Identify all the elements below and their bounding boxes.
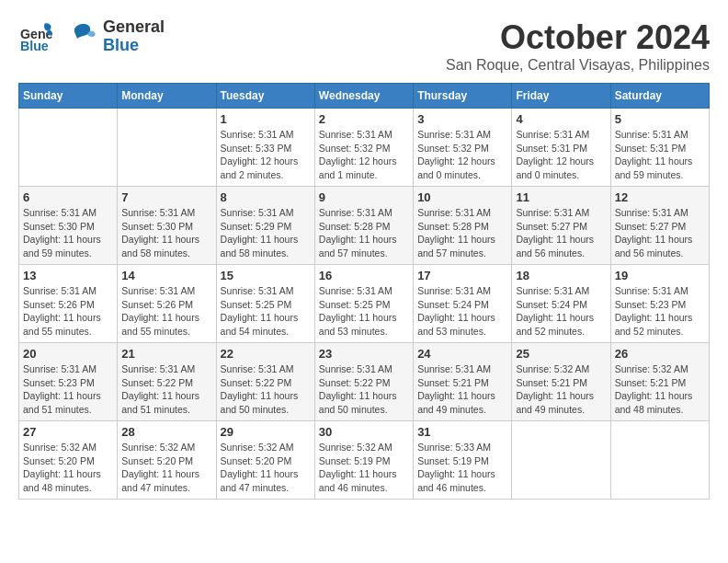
day-number: 6 <box>23 190 113 204</box>
day-info: Sunrise: 5:31 AMSunset: 5:21 PMDaylight:… <box>417 362 507 417</box>
day-number: 8 <box>221 190 311 204</box>
title-block: October 2024 San Roque, Central Visayas,… <box>446 18 710 74</box>
calendar-week-2: 6Sunrise: 5:31 AMSunset: 5:30 PMDaylight… <box>19 187 710 265</box>
calendar-cell: 27Sunrise: 5:32 AMSunset: 5:20 PMDayligh… <box>19 421 118 500</box>
day-header-wednesday: Wednesday <box>314 84 413 109</box>
calendar-cell: 24Sunrise: 5:31 AMSunset: 5:21 PMDayligh… <box>414 343 512 421</box>
day-number: 9 <box>319 190 409 204</box>
day-number: 4 <box>516 112 606 126</box>
day-number: 7 <box>121 190 211 204</box>
day-header-friday: Friday <box>512 84 610 109</box>
day-info: Sunrise: 5:31 AMSunset: 5:23 PMDaylight:… <box>23 362 113 417</box>
calendar-cell: 4Sunrise: 5:31 AMSunset: 5:31 PMDaylight… <box>512 109 610 187</box>
day-info: Sunrise: 5:31 AMSunset: 5:28 PMDaylight:… <box>319 206 409 260</box>
day-info: Sunrise: 5:32 AMSunset: 5:21 PMDaylight:… <box>516 362 606 417</box>
calendar-cell: 11Sunrise: 5:31 AMSunset: 5:27 PMDayligh… <box>512 187 610 265</box>
calendar-cell: 12Sunrise: 5:31 AMSunset: 5:27 PMDayligh… <box>610 187 709 265</box>
day-info: Sunrise: 5:31 AMSunset: 5:29 PMDaylight:… <box>221 206 311 260</box>
day-info: Sunrise: 5:31 AMSunset: 5:24 PMDaylight:… <box>516 284 606 339</box>
calendar-week-4: 20Sunrise: 5:31 AMSunset: 5:23 PMDayligh… <box>19 343 710 421</box>
day-number: 23 <box>319 347 409 361</box>
calendar-cell: 19Sunrise: 5:31 AMSunset: 5:23 PMDayligh… <box>610 265 709 343</box>
calendar-cell: 16Sunrise: 5:31 AMSunset: 5:25 PMDayligh… <box>314 265 413 343</box>
day-number: 13 <box>23 269 113 282</box>
day-info: Sunrise: 5:31 AMSunset: 5:32 PMDaylight:… <box>319 128 409 182</box>
calendar-cell <box>610 421 709 500</box>
day-number: 24 <box>417 347 507 361</box>
calendar-cell: 3Sunrise: 5:31 AMSunset: 5:32 PMDaylight… <box>414 109 512 187</box>
day-info: Sunrise: 5:31 AMSunset: 5:26 PMDaylight:… <box>121 284 211 339</box>
day-number: 29 <box>221 425 311 439</box>
day-info: Sunrise: 5:31 AMSunset: 5:33 PMDaylight:… <box>221 128 311 182</box>
location-subtitle: San Roque, Central Visayas, Philippines <box>446 57 710 74</box>
day-header-saturday: Saturday <box>610 84 709 109</box>
logo-bird-svg <box>57 18 97 55</box>
calendar-cell: 29Sunrise: 5:32 AMSunset: 5:20 PMDayligh… <box>216 421 314 500</box>
logo-icon: General Blue <box>18 19 53 54</box>
day-number: 5 <box>615 112 705 126</box>
day-info: Sunrise: 5:31 AMSunset: 5:30 PMDaylight:… <box>121 206 211 260</box>
day-info: Sunrise: 5:32 AMSunset: 5:19 PMDaylight:… <box>319 441 409 495</box>
calendar-cell: 10Sunrise: 5:31 AMSunset: 5:28 PMDayligh… <box>414 187 512 265</box>
logo-blue: Blue <box>103 37 165 55</box>
day-number: 28 <box>121 425 211 439</box>
day-number: 22 <box>221 347 311 361</box>
calendar-cell: 20Sunrise: 5:31 AMSunset: 5:23 PMDayligh… <box>19 343 118 421</box>
day-info: Sunrise: 5:32 AMSunset: 5:21 PMDaylight:… <box>615 362 705 417</box>
calendar-cell: 5Sunrise: 5:31 AMSunset: 5:31 PMDaylight… <box>610 109 709 187</box>
day-info: Sunrise: 5:31 AMSunset: 5:31 PMDaylight:… <box>516 128 606 182</box>
calendar-table: SundayMondayTuesdayWednesdayThursdayFrid… <box>18 83 710 500</box>
day-info: Sunrise: 5:31 AMSunset: 5:28 PMDaylight:… <box>417 206 507 260</box>
calendar-week-5: 27Sunrise: 5:32 AMSunset: 5:20 PMDayligh… <box>19 421 710 500</box>
day-number: 25 <box>516 347 606 361</box>
day-info: Sunrise: 5:31 AMSunset: 5:27 PMDaylight:… <box>615 206 705 260</box>
calendar-cell: 8Sunrise: 5:31 AMSunset: 5:29 PMDaylight… <box>216 187 314 265</box>
calendar-cell <box>512 421 610 500</box>
day-number: 12 <box>615 190 705 204</box>
day-number: 19 <box>615 269 705 282</box>
day-header-sunday: Sunday <box>19 84 118 109</box>
calendar-cell: 28Sunrise: 5:32 AMSunset: 5:20 PMDayligh… <box>118 421 216 500</box>
day-info: Sunrise: 5:31 AMSunset: 5:25 PMDaylight:… <box>221 284 311 339</box>
day-info: Sunrise: 5:31 AMSunset: 5:22 PMDaylight:… <box>221 362 311 417</box>
day-info: Sunrise: 5:32 AMSunset: 5:20 PMDaylight:… <box>221 441 311 495</box>
calendar-cell: 30Sunrise: 5:32 AMSunset: 5:19 PMDayligh… <box>314 421 413 500</box>
day-number: 26 <box>615 347 705 361</box>
svg-text:Blue: Blue <box>20 39 49 53</box>
day-header-tuesday: Tuesday <box>216 84 314 109</box>
day-header-monday: Monday <box>118 84 216 109</box>
calendar-cell: 26Sunrise: 5:32 AMSunset: 5:21 PMDayligh… <box>610 343 709 421</box>
day-number: 21 <box>121 347 211 361</box>
calendar-cell: 17Sunrise: 5:31 AMSunset: 5:24 PMDayligh… <box>414 265 512 343</box>
day-info: Sunrise: 5:32 AMSunset: 5:20 PMDaylight:… <box>121 441 211 495</box>
calendar-cell: 6Sunrise: 5:31 AMSunset: 5:30 PMDaylight… <box>19 187 118 265</box>
calendar-cell <box>118 109 216 187</box>
day-number: 17 <box>417 269 507 282</box>
day-header-thursday: Thursday <box>414 84 512 109</box>
calendar-cell: 9Sunrise: 5:31 AMSunset: 5:28 PMDaylight… <box>314 187 413 265</box>
day-number: 20 <box>23 347 113 361</box>
calendar-cell: 21Sunrise: 5:31 AMSunset: 5:22 PMDayligh… <box>118 343 216 421</box>
day-info: Sunrise: 5:31 AMSunset: 5:30 PMDaylight:… <box>23 206 113 260</box>
page-header: General Blue General Blue General Blue O… <box>18 18 710 74</box>
calendar-cell: 7Sunrise: 5:31 AMSunset: 5:30 PMDaylight… <box>118 187 216 265</box>
calendar-cell: 18Sunrise: 5:31 AMSunset: 5:24 PMDayligh… <box>512 265 610 343</box>
day-info: Sunrise: 5:31 AMSunset: 5:31 PMDaylight:… <box>615 128 705 182</box>
logo: General Blue General Blue General Blue <box>18 18 165 55</box>
day-number: 31 <box>417 425 507 439</box>
day-info: Sunrise: 5:31 AMSunset: 5:25 PMDaylight:… <box>319 284 409 339</box>
logo-general: General <box>103 18 165 37</box>
calendar-cell: 31Sunrise: 5:33 AMSunset: 5:19 PMDayligh… <box>414 421 512 500</box>
calendar-week-3: 13Sunrise: 5:31 AMSunset: 5:26 PMDayligh… <box>19 265 710 343</box>
calendar-cell: 2Sunrise: 5:31 AMSunset: 5:32 PMDaylight… <box>314 109 413 187</box>
day-number: 2 <box>319 112 409 126</box>
day-number: 10 <box>417 190 507 204</box>
day-info: Sunrise: 5:31 AMSunset: 5:23 PMDaylight:… <box>615 284 705 339</box>
day-number: 16 <box>319 269 409 282</box>
calendar-cell: 22Sunrise: 5:31 AMSunset: 5:22 PMDayligh… <box>216 343 314 421</box>
day-number: 27 <box>23 425 113 439</box>
calendar-cell: 23Sunrise: 5:31 AMSunset: 5:22 PMDayligh… <box>314 343 413 421</box>
day-info: Sunrise: 5:31 AMSunset: 5:26 PMDaylight:… <box>23 284 113 339</box>
day-number: 14 <box>121 269 211 282</box>
day-info: Sunrise: 5:31 AMSunset: 5:22 PMDaylight:… <box>121 362 211 417</box>
